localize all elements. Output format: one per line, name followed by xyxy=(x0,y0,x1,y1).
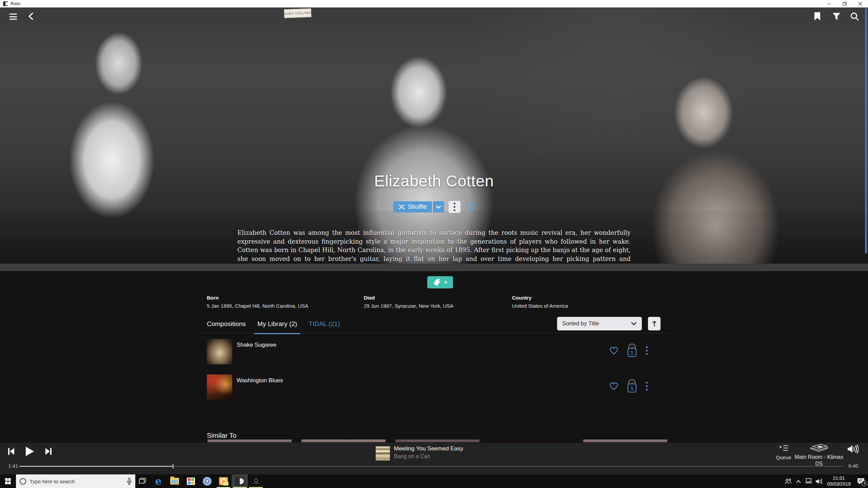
row-actions: 1 xyxy=(610,344,648,357)
shuffle-options-button[interactable] xyxy=(433,201,444,212)
system-tray: 21:01 05/03/2019 4 xyxy=(783,474,868,488)
window-title: Roon xyxy=(11,1,20,6)
minimize-button[interactable] xyxy=(821,0,837,7)
row-more-options-button[interactable] xyxy=(646,382,648,390)
similar-to-heading: Similar To xyxy=(207,432,236,440)
roon-icon xyxy=(235,477,244,486)
progress-handle[interactable] xyxy=(173,464,174,469)
arrow-up-icon xyxy=(652,321,656,327)
born-value: 5 Jan 1895, Chapel Hill, North Carolina,… xyxy=(207,303,308,309)
artist-hero: JUDY COLLINS Elizabeth Cotten Shuffle xyxy=(0,7,868,271)
outlook-icon xyxy=(219,477,228,485)
version-count-icon[interactable]: 1 xyxy=(627,344,637,357)
search-icon[interactable] xyxy=(850,12,859,22)
hidden-icons-chevron[interactable] xyxy=(793,474,804,488)
composition-title[interactable]: Washington Blues xyxy=(237,377,283,384)
vertical-scrollbar-thumb[interactable] xyxy=(865,5,867,253)
hero-bottom-strip xyxy=(0,264,868,271)
time-elapsed: 1:41 xyxy=(8,463,18,469)
os-titlebar: Roon xyxy=(0,0,868,7)
taskbar-app-edge[interactable]: e xyxy=(150,474,166,488)
edge-icon: e xyxy=(155,476,161,486)
artist-actions: Shuffle xyxy=(0,201,868,213)
photo-sign: JUDY COLLINS xyxy=(284,8,312,18)
bookmark-icon[interactable] xyxy=(814,12,820,22)
queue-icon xyxy=(779,444,788,452)
row-actions: 1 xyxy=(610,379,648,393)
tag-icon xyxy=(433,279,441,286)
composition-row: Washington Blues 1 xyxy=(207,374,661,400)
play-button[interactable] xyxy=(26,447,34,456)
shuffle-button[interactable]: Shuffle xyxy=(393,201,432,212)
file-explorer-icon xyxy=(170,478,179,485)
transport-controls xyxy=(8,447,52,456)
linn-label: LINN xyxy=(253,482,259,484)
taskbar-app-media-player[interactable] xyxy=(199,474,215,488)
detail-died: Died 29 Jun 1987, Syracuse, New York, US… xyxy=(364,295,453,309)
album-art[interactable] xyxy=(207,339,232,364)
search-input[interactable] xyxy=(30,479,123,484)
sort-direction-button[interactable] xyxy=(648,317,660,330)
hamburger-menu-icon[interactable] xyxy=(9,14,17,20)
composition-row: Shake Sugaree 1 xyxy=(207,339,661,365)
chevron-down-icon xyxy=(631,322,637,325)
notification-count-badge: 4 xyxy=(862,481,867,486)
favorite-heart-icon[interactable] xyxy=(466,203,475,211)
action-center-button[interactable]: 4 xyxy=(854,474,868,488)
taskbar-search[interactable] xyxy=(16,474,135,488)
speaker-icon[interactable] xyxy=(814,474,824,488)
album-art[interactable] xyxy=(207,374,232,400)
favorite-heart-icon[interactable] xyxy=(610,382,618,390)
taskbar-app-store[interactable] xyxy=(183,474,199,488)
favorite-heart-icon[interactable] xyxy=(610,347,618,354)
composition-title[interactable]: Shake Sugaree xyxy=(237,342,276,348)
died-value: 29 Jun 1987, Syracuse, New York, USA xyxy=(364,303,453,309)
start-button[interactable] xyxy=(0,474,16,488)
now-playing-artist[interactable]: Bang on a Can xyxy=(394,453,430,460)
zone-selector[interactable]: Main Room - Klimax DS xyxy=(794,444,844,467)
tab-compositions[interactable]: Compositions xyxy=(203,320,249,334)
windows-logo-icon xyxy=(5,478,11,484)
cd-disc-icon xyxy=(203,477,212,486)
now-playing-title[interactable]: Meeting You Seemed Easy xyxy=(394,445,463,452)
previous-track-button[interactable] xyxy=(8,448,14,455)
player-bar: 1:41 6:40 Meeting You Seemed Easy Bang o… xyxy=(0,442,868,474)
back-icon[interactable] xyxy=(27,12,35,22)
progress-fill xyxy=(19,466,173,467)
row-more-options-button[interactable] xyxy=(646,346,648,355)
close-button[interactable] xyxy=(852,0,868,7)
volume-icon[interactable] xyxy=(847,444,859,454)
queue-button[interactable]: Queue xyxy=(775,444,792,460)
microphone-icon[interactable] xyxy=(127,478,132,485)
task-view-button[interactable] xyxy=(135,474,150,488)
detail-born: Born 5 Jan 1895, Chapel Hill, North Caro… xyxy=(207,295,308,309)
tab-my-library[interactable]: My Library (2) xyxy=(254,320,300,334)
library-tabs: Compositions My Library (2) TIDAL (21) xyxy=(203,320,343,334)
version-count-icon[interactable]: 1 xyxy=(627,379,637,393)
shuffle-icon xyxy=(398,204,405,209)
country-label: Country xyxy=(512,295,568,301)
clock-date: 05/03/2019 xyxy=(827,481,851,487)
zone-name-line2: DS xyxy=(794,461,844,467)
time-total: 6:40 xyxy=(848,463,858,469)
taskbar-app-outlook[interactable] xyxy=(215,474,232,488)
taskbar-app-linn[interactable]: LINN xyxy=(248,474,264,488)
taskbar-app-roon[interactable] xyxy=(232,474,248,488)
plus-icon: + xyxy=(444,279,448,286)
tab-tidal[interactable]: TIDAL (21) xyxy=(305,320,343,334)
sort-dropdown[interactable]: Sorted by Title xyxy=(557,317,642,330)
artist-more-options-button[interactable] xyxy=(449,201,460,213)
audio-device-icon xyxy=(809,444,829,452)
taskbar-clock[interactable]: 21:01 05/03/2019 xyxy=(824,475,854,487)
restore-button[interactable] xyxy=(837,0,852,7)
network-icon[interactable] xyxy=(804,474,814,488)
zone-name-line1: Main Room - Klimax xyxy=(794,454,844,461)
tabs-divider xyxy=(198,333,670,333)
taskbar-app-file-explorer[interactable] xyxy=(166,474,183,488)
next-track-button[interactable] xyxy=(45,448,52,455)
seek-bar[interactable] xyxy=(19,466,843,467)
filter-funnel-icon[interactable] xyxy=(833,13,840,21)
now-playing-art[interactable] xyxy=(376,446,390,461)
add-tag-button[interactable]: + xyxy=(427,276,453,288)
people-icon[interactable] xyxy=(783,474,793,488)
